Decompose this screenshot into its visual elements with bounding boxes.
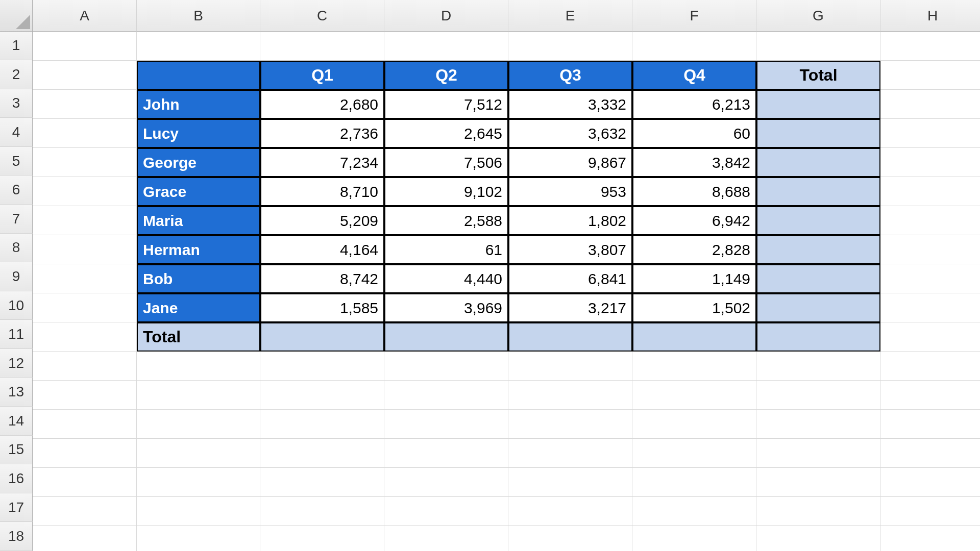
cell-e6-value[interactable]: 953 xyxy=(508,177,632,206)
cell-h11[interactable] xyxy=(880,322,980,352)
cell-d16[interactable] xyxy=(384,468,508,497)
col-header-e[interactable]: E xyxy=(508,0,632,32)
cell-d15[interactable] xyxy=(384,439,508,468)
cell-h2[interactable] xyxy=(880,61,980,90)
cell-c11-total[interactable] xyxy=(260,322,384,352)
cell-c17[interactable] xyxy=(260,497,384,526)
cell-f16[interactable] xyxy=(632,468,756,497)
cell-d1[interactable] xyxy=(384,32,508,61)
cell-g13[interactable] xyxy=(756,381,880,410)
cell-a10[interactable] xyxy=(33,293,137,322)
row-header-15[interactable]: 15 xyxy=(0,436,33,465)
cell-f13[interactable] xyxy=(632,381,756,410)
cell-b6-name[interactable]: Grace xyxy=(137,177,260,206)
cell-f5-value[interactable]: 3,842 xyxy=(632,148,756,177)
cell-e7-value[interactable]: 1,802 xyxy=(508,206,632,235)
cell-d5-value[interactable]: 7,506 xyxy=(384,148,508,177)
cell-f8-value[interactable]: 2,828 xyxy=(632,235,756,264)
col-header-f[interactable]: F xyxy=(632,0,756,32)
row-header-17[interactable]: 17 xyxy=(0,493,33,522)
cell-h14[interactable] xyxy=(880,410,980,439)
cell-b15[interactable] xyxy=(137,439,260,468)
cell-e4-value[interactable]: 3,632 xyxy=(508,119,632,148)
cell-b9-name[interactable]: Bob xyxy=(137,264,260,293)
cell-d6-value[interactable]: 9,102 xyxy=(384,177,508,206)
row-header-6[interactable]: 6 xyxy=(0,176,33,205)
cell-b17[interactable] xyxy=(137,497,260,526)
cell-g5-total[interactable] xyxy=(756,148,880,177)
cell-g12[interactable] xyxy=(756,352,880,381)
cell-b16[interactable] xyxy=(137,468,260,497)
cell-c5-value[interactable]: 7,234 xyxy=(260,148,384,177)
cell-c18[interactable] xyxy=(260,526,384,551)
cell-a7[interactable] xyxy=(33,206,137,235)
col-header-h[interactable]: H xyxy=(880,0,980,32)
cell-f10-value[interactable]: 1,502 xyxy=(632,293,756,322)
row-header-3[interactable]: 3 xyxy=(0,89,33,118)
cell-g15[interactable] xyxy=(756,439,880,468)
cell-f1[interactable] xyxy=(632,32,756,61)
cell-b1[interactable] xyxy=(137,32,260,61)
cell-f3-value[interactable]: 6,213 xyxy=(632,90,756,119)
cell-g3-total[interactable] xyxy=(756,90,880,119)
cell-g17[interactable] xyxy=(756,497,880,526)
cell-b8-name[interactable]: Herman xyxy=(137,235,260,264)
cell-g4-total[interactable] xyxy=(756,119,880,148)
cell-d3-value[interactable]: 7,512 xyxy=(384,90,508,119)
cell-e11-total[interactable] xyxy=(508,322,632,352)
row-header-14[interactable]: 14 xyxy=(0,407,33,436)
cell-e15[interactable] xyxy=(508,439,632,468)
cell-d11-total[interactable] xyxy=(384,322,508,352)
col-header-b[interactable]: B xyxy=(137,0,260,32)
cell-e10-value[interactable]: 3,217 xyxy=(508,293,632,322)
cell-h5[interactable] xyxy=(880,148,980,177)
cell-f9-value[interactable]: 1,149 xyxy=(632,264,756,293)
cell-c7-value[interactable]: 5,209 xyxy=(260,206,384,235)
cell-b7-name[interactable]: Maria xyxy=(137,206,260,235)
cell-e16[interactable] xyxy=(508,468,632,497)
cell-h8[interactable] xyxy=(880,235,980,264)
col-header-g[interactable]: G xyxy=(756,0,880,32)
cell-a13[interactable] xyxy=(33,381,137,410)
row-header-8[interactable]: 8 xyxy=(0,234,33,263)
cell-e2-q3-header[interactable]: Q3 xyxy=(508,61,632,90)
cell-h17[interactable] xyxy=(880,497,980,526)
row-header-10[interactable]: 10 xyxy=(0,291,33,320)
cell-a15[interactable] xyxy=(33,439,137,468)
cell-c2-q1-header[interactable]: Q1 xyxy=(260,61,384,90)
cell-f4-value[interactable]: 60 xyxy=(632,119,756,148)
cell-g16[interactable] xyxy=(756,468,880,497)
select-all-corner[interactable] xyxy=(0,0,33,32)
cell-e3-value[interactable]: 3,332 xyxy=(508,90,632,119)
cell-f12[interactable] xyxy=(632,352,756,381)
cell-c3-value[interactable]: 2,680 xyxy=(260,90,384,119)
col-header-a[interactable]: A xyxy=(33,0,137,32)
cell-b4-name[interactable]: Lucy xyxy=(137,119,260,148)
cell-c1[interactable] xyxy=(260,32,384,61)
cell-h12[interactable] xyxy=(880,352,980,381)
cell-e12[interactable] xyxy=(508,352,632,381)
cell-a14[interactable] xyxy=(33,410,137,439)
row-header-4[interactable]: 4 xyxy=(0,118,33,147)
cell-e18[interactable] xyxy=(508,526,632,551)
row-header-13[interactable]: 13 xyxy=(0,378,33,407)
cell-b18[interactable] xyxy=(137,526,260,551)
cell-a1[interactable] xyxy=(33,32,137,61)
row-header-18[interactable]: 18 xyxy=(0,522,33,551)
cell-c6-value[interactable]: 8,710 xyxy=(260,177,384,206)
cell-b12[interactable] xyxy=(137,352,260,381)
cell-h15[interactable] xyxy=(880,439,980,468)
cell-h18[interactable] xyxy=(880,526,980,551)
cell-b5-name[interactable]: George xyxy=(137,148,260,177)
cell-g14[interactable] xyxy=(756,410,880,439)
cell-e8-value[interactable]: 3,807 xyxy=(508,235,632,264)
row-header-11[interactable]: 11 xyxy=(0,320,33,349)
cell-a6[interactable] xyxy=(33,177,137,206)
cell-e1[interactable] xyxy=(508,32,632,61)
cell-g11-total[interactable] xyxy=(756,322,880,352)
cell-a8[interactable] xyxy=(33,235,137,264)
cell-g7-total[interactable] xyxy=(756,206,880,235)
cell-h9[interactable] xyxy=(880,264,980,293)
cell-g1[interactable] xyxy=(756,32,880,61)
cell-d10-value[interactable]: 3,969 xyxy=(384,293,508,322)
